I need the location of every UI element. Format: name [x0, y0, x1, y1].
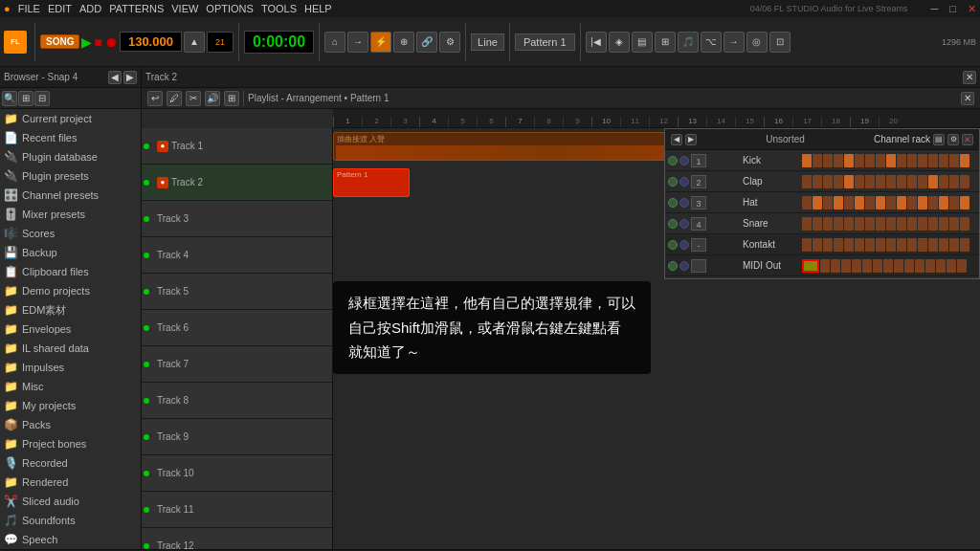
record-icon[interactable]: ⏺	[104, 34, 118, 50]
toolbar-btn-13[interactable]: →	[724, 32, 745, 53]
step-btn[interactable]	[897, 175, 906, 188]
step-btn[interactable]	[862, 259, 872, 273]
channel-rack-settings[interactable]: ⚙	[947, 134, 959, 145]
maximize-btn[interactable]: □	[949, 3, 956, 14]
step-btn[interactable]	[939, 175, 948, 188]
menu-patterns[interactable]: PATTERNS	[109, 3, 164, 14]
step-btn[interactable]	[883, 259, 893, 273]
step-btn[interactable]	[823, 175, 833, 188]
track-mute-2[interactable]: ●	[157, 177, 168, 188]
browser-prev-btn[interactable]: ◀	[108, 71, 122, 84]
toolbar-btn-15[interactable]: ⊡	[769, 32, 791, 53]
playlist-tool-2[interactable]: 🖊	[167, 91, 182, 106]
step-btn[interactable]	[823, 154, 833, 167]
pattern-selector[interactable]: Pattern 1	[515, 33, 575, 51]
track-mute-1[interactable]: ●	[157, 141, 168, 152]
step-btn[interactable]	[802, 175, 812, 188]
clap-mute-btn[interactable]	[668, 177, 678, 187]
kontakt-mute-btn[interactable]	[668, 240, 678, 250]
browser-item-impulses[interactable]: 📁 Impulses	[0, 358, 141, 377]
step-btn[interactable]	[813, 154, 822, 167]
step-btn[interactable]	[844, 196, 854, 209]
step-btn[interactable]	[918, 154, 927, 167]
step-btn[interactable]	[907, 196, 917, 209]
step-btn[interactable]	[897, 196, 906, 209]
browser-item-edm[interactable]: 📁 EDM素材	[0, 300, 141, 320]
browser-item-demo[interactable]: 📁 Demo projects	[0, 281, 141, 300]
kontakt-solo-btn[interactable]	[679, 240, 689, 250]
step-btn[interactable]	[834, 154, 843, 167]
midi-solo-btn[interactable]	[679, 261, 689, 271]
toolbar-btn-3[interactable]: ⚡	[370, 32, 391, 53]
browser-item-project-bones[interactable]: 📁 Project bones	[0, 434, 141, 453]
step-btn[interactable]	[855, 217, 864, 231]
step-btn[interactable]	[865, 217, 875, 231]
step-btn[interactable]	[939, 196, 948, 209]
step-btn[interactable]	[823, 217, 833, 231]
toolbar-btn-12[interactable]: ⌥	[701, 32, 722, 53]
toolbar-btn-6[interactable]: ⚙	[439, 32, 460, 53]
step-btn[interactable]	[886, 238, 896, 252]
track2-close-btn[interactable]: ✕	[963, 71, 976, 84]
step-btn[interactable]	[949, 196, 959, 209]
step-btn[interactable]	[855, 238, 864, 252]
step-btn[interactable]	[949, 217, 959, 231]
step-btn[interactable]	[897, 238, 906, 252]
toolbar-btn-11[interactable]: 🎵	[678, 32, 699, 53]
playlist-tool-5[interactable]: ⊞	[224, 91, 239, 106]
step-btn[interactable]	[915, 259, 924, 273]
kick-mute-btn[interactable]	[668, 156, 678, 165]
step-btn[interactable]	[865, 238, 875, 252]
snare-solo-btn[interactable]	[679, 219, 689, 229]
step-btn[interactable]	[928, 196, 938, 209]
step-btn[interactable]	[907, 175, 917, 188]
clap-solo-btn[interactable]	[679, 177, 689, 187]
browser-icon-1[interactable]: 🔍	[2, 91, 17, 106]
browser-item-rendered[interactable]: 📁 Rendered	[0, 473, 141, 492]
step-btn[interactable]	[841, 259, 851, 273]
step-btn[interactable]	[855, 196, 864, 209]
step-btn[interactable]	[802, 154, 812, 167]
toolbar-btn-10[interactable]: ⊞	[655, 32, 676, 53]
browser-item-speech[interactable]: 💬 Speech	[0, 530, 141, 549]
browser-item-mixer-presets[interactable]: 🎚️ Mixer presets	[0, 205, 141, 224]
midi-step-active[interactable]	[802, 259, 819, 273]
step-btn[interactable]	[960, 196, 969, 209]
step-btn[interactable]	[813, 238, 822, 252]
browser-item-soundfonts[interactable]: 🎵 Soundfonts	[0, 511, 141, 530]
browser-item-clipboard[interactable]: 📋 Clipboard files	[0, 262, 141, 281]
hat-mute-btn[interactable]	[668, 198, 678, 208]
step-btn[interactable]	[813, 196, 822, 209]
hat-solo-btn[interactable]	[679, 198, 689, 208]
kick-name[interactable]: Kick	[740, 155, 802, 165]
step-btn[interactable]	[886, 175, 896, 188]
step-btn[interactable]	[939, 217, 948, 231]
step-btn[interactable]	[918, 175, 927, 188]
step-btn[interactable]	[907, 217, 917, 231]
step-btn[interactable]	[907, 238, 917, 252]
tempo-display[interactable]: 130.000	[120, 32, 182, 52]
step-btn[interactable]	[960, 154, 969, 167]
step-btn[interactable]	[957, 259, 967, 273]
browser-item-sliced[interactable]: ✂️ Sliced audio	[0, 492, 141, 511]
step-btn[interactable]	[873, 259, 882, 273]
track2-block[interactable]: Pattern 1	[333, 168, 410, 197]
midi-mute-btn[interactable]	[668, 261, 678, 271]
step-btn[interactable]	[928, 238, 938, 252]
step-btn[interactable]	[844, 238, 854, 252]
step-btn[interactable]	[802, 238, 812, 252]
kontakt-name[interactable]: Kontakt	[740, 239, 802, 250]
browser-icon-2[interactable]: ⊞	[18, 91, 33, 106]
browser-icon-3[interactable]: ⊟	[34, 91, 50, 106]
step-btn[interactable]	[844, 154, 854, 167]
menu-edit[interactable]: EDIT	[48, 3, 72, 14]
step-btn[interactable]	[928, 154, 938, 167]
step-btn[interactable]	[949, 154, 959, 167]
toolbar-btn-5[interactable]: 🔗	[416, 32, 437, 53]
browser-item-channel-presets[interactable]: 🎛️ Channel presets	[0, 186, 141, 205]
step-btn[interactable]	[855, 154, 864, 167]
close-btn[interactable]: ✕	[968, 3, 976, 15]
step-btn[interactable]	[876, 217, 885, 231]
snare-name[interactable]: Snare	[740, 218, 802, 229]
stop-icon[interactable]: ■	[94, 34, 101, 50]
